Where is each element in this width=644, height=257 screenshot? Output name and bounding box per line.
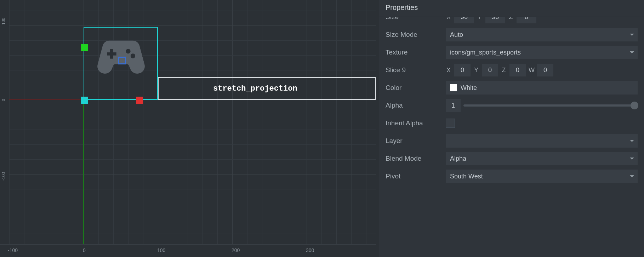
ruler-tick: 100 xyxy=(1,18,6,25)
ruler-tick: -100 xyxy=(1,172,6,181)
prop-row-color: Color White xyxy=(386,81,638,95)
ruler-tick: -100 xyxy=(8,247,18,253)
axis-label-x: X xyxy=(446,67,451,74)
scene-canvas[interactable]: stretch_projection xyxy=(9,0,376,244)
slice9-w-input[interactable] xyxy=(537,64,553,76)
svg-rect-1 xyxy=(110,49,113,59)
dropdown-value: Alpha xyxy=(450,155,466,162)
prop-row-layer: Layer xyxy=(386,134,638,148)
axis-label-x: X xyxy=(446,17,451,21)
size-mode-dropdown[interactable]: Auto xyxy=(446,28,638,41)
splitter-handle[interactable] xyxy=(376,0,379,257)
alpha-slider-thumb[interactable] xyxy=(631,102,638,109)
panel-title: Properties xyxy=(379,0,644,17)
slice9-z-input[interactable] xyxy=(509,64,526,76)
svg-point-2 xyxy=(126,49,130,53)
chevron-down-icon xyxy=(630,140,634,142)
prop-row-size-mode: Size Mode Auto xyxy=(386,28,638,42)
ruler-vertical: 100 0 -100 xyxy=(0,0,9,244)
y-axis xyxy=(83,100,84,244)
splitter-grip-icon xyxy=(377,120,378,137)
layer-dropdown[interactable] xyxy=(446,134,638,148)
alpha-input[interactable] xyxy=(446,99,461,112)
axis-label-z: Z xyxy=(508,17,514,21)
prop-row-slice9: Slice 9 X Y Z W xyxy=(386,63,638,77)
blend-mode-dropdown[interactable]: Alpha xyxy=(446,152,638,165)
ruler-tick: 300 xyxy=(306,247,314,253)
ruler-tick: 0 xyxy=(83,247,86,253)
slice9-x-input[interactable] xyxy=(454,64,471,76)
inherit-alpha-checkbox[interactable] xyxy=(446,119,455,128)
size-z-input[interactable] xyxy=(517,17,536,23)
svg-point-3 xyxy=(131,53,135,58)
prop-row-texture: Texture icons/gm_sports_esports xyxy=(386,45,638,59)
handle-origin[interactable] xyxy=(81,97,88,104)
x-axis xyxy=(9,99,84,100)
ruler-tick: 100 xyxy=(157,247,165,253)
dropdown-value: icons/gm_sports_esports xyxy=(450,49,521,56)
prop-label: Color xyxy=(386,84,446,92)
properties-panel: Properties Size X Y Z Size Mode xyxy=(379,0,644,257)
prop-label: Pivot xyxy=(386,172,446,180)
prop-label: Layer xyxy=(386,137,446,145)
slice9-y-input[interactable] xyxy=(482,64,498,76)
prop-label: Texture xyxy=(386,48,446,56)
texture-dropdown[interactable]: icons/gm_sports_esports xyxy=(446,46,638,59)
pivot-dropdown[interactable]: South West xyxy=(446,170,638,183)
axis-label-y: Y xyxy=(477,17,483,21)
handle-bottom-right[interactable] xyxy=(136,97,143,104)
color-swatch xyxy=(450,84,457,91)
prop-label: Size Mode xyxy=(386,31,446,39)
dropdown-value: Auto xyxy=(450,31,463,39)
chevron-down-icon xyxy=(630,158,634,160)
prop-label: Inherit Alpha xyxy=(386,119,446,127)
size-x-input[interactable] xyxy=(454,17,474,23)
ruler-horizontal: -100 0 100 200 300 xyxy=(0,244,376,257)
alpha-slider[interactable] xyxy=(463,104,638,107)
handle-center[interactable] xyxy=(118,57,126,64)
prop-row-size: Size X Y Z xyxy=(386,17,638,24)
scene-viewport[interactable]: stretch_projection 100 0 -100 -100 0 100… xyxy=(0,0,376,257)
prop-label: Blend Mode xyxy=(386,155,446,162)
ruler-tick: 0 xyxy=(1,99,6,101)
color-dropdown[interactable]: White xyxy=(446,81,638,95)
prop-label: Slice 9 xyxy=(386,66,446,74)
size-y-input[interactable] xyxy=(485,17,505,23)
handle-top-left[interactable] xyxy=(81,44,88,51)
prop-label: Alpha xyxy=(386,102,446,109)
axis-label-w: W xyxy=(529,67,534,74)
prop-label: Size xyxy=(386,17,446,21)
axis-label-z: Z xyxy=(501,67,507,74)
dropdown-value: White xyxy=(461,84,477,92)
prop-row-blend: Blend Mode Alpha xyxy=(386,152,638,166)
ruler-tick: 200 xyxy=(232,247,240,253)
dropdown-value: South West xyxy=(450,173,483,180)
chevron-down-icon xyxy=(630,34,634,36)
prop-row-alpha: Alpha xyxy=(386,98,638,113)
prop-row-inherit-alpha: Inherit Alpha xyxy=(386,116,638,130)
chevron-down-icon xyxy=(630,175,634,177)
node-label: stretch_projection xyxy=(213,84,297,93)
prop-row-pivot: Pivot South West xyxy=(386,169,638,183)
chevron-down-icon xyxy=(630,51,634,53)
axis-label-y: Y xyxy=(473,67,479,74)
